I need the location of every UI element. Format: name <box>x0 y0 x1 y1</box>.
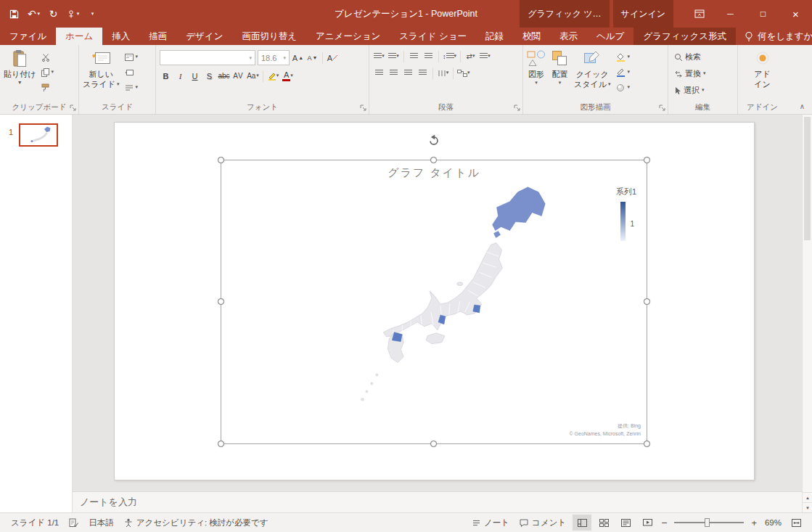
decrease-indent-button[interactable] <box>408 50 420 62</box>
minimize-button[interactable]: ─ <box>714 0 747 28</box>
convert-to-smartart-button[interactable]: ▾ <box>457 67 470 79</box>
tab-home[interactable]: ホーム <box>56 28 102 45</box>
vertical-scrollbar[interactable]: ▲ ▼ <box>802 115 812 512</box>
rotate-handle[interactable] <box>427 134 440 147</box>
fit-to-window-button[interactable] <box>788 513 805 532</box>
zoom-slider[interactable] <box>674 522 744 523</box>
tab-review[interactable]: 校閲 <box>513 28 550 45</box>
tab-draw[interactable]: 描画 <box>139 28 176 45</box>
decrease-font-size-button[interactable]: A▼ <box>306 52 319 64</box>
bullets-button[interactable]: ▾ <box>373 50 385 62</box>
paste-button[interactable]: 貼り付け ▼ <box>1 47 39 86</box>
slideshow-view-button[interactable] <box>638 515 657 531</box>
clipboard-dialog-launcher[interactable] <box>70 105 76 111</box>
undo-button[interactable]: ↶▾ <box>24 0 44 28</box>
notes-toggle-button[interactable]: ノート <box>469 513 513 532</box>
increase-indent-button[interactable] <box>422 50 435 62</box>
close-button[interactable]: × <box>779 0 812 28</box>
shape-outline-button[interactable]: ▾ <box>614 66 633 78</box>
tell-me-box[interactable]: 何をしますか <box>736 28 812 45</box>
maximize-button[interactable]: □ <box>747 0 779 28</box>
tab-graphics-format[interactable]: グラフィックス形式 <box>633 28 736 45</box>
tab-slideshow[interactable]: スライド ショー <box>390 28 476 45</box>
select-button[interactable]: 選択▾ <box>672 84 737 97</box>
cut-button[interactable] <box>39 51 57 63</box>
change-case-button[interactable]: Aa▾ <box>247 70 259 82</box>
notes-placeholder[interactable]: ノートを入力 <box>80 496 137 509</box>
align-center-button[interactable] <box>387 67 400 79</box>
font-color-button[interactable]: A▾ <box>282 70 294 82</box>
bold-button[interactable]: B <box>160 70 172 82</box>
font-dialog-launcher[interactable] <box>360 105 366 111</box>
format-painter-button[interactable] <box>39 81 57 94</box>
map-chart-object[interactable]: グラフ タイトル 系列1 1 提供: Bing © GeoNames, Micr… <box>221 160 647 444</box>
line-spacing-button[interactable]: ↕▾ <box>443 50 456 62</box>
italic-button[interactable]: I <box>174 70 186 82</box>
slide-canvas[interactable]: グラフ タイトル 系列1 1 提供: Bing © GeoNames, Micr… <box>73 115 802 491</box>
resize-handle-se[interactable] <box>644 441 650 447</box>
slide-indicator[interactable]: スライド 1/1 <box>7 513 62 532</box>
reset-button[interactable] <box>123 66 141 78</box>
layout-button[interactable]: ▾ <box>123 51 141 63</box>
resize-handle-ne[interactable] <box>644 157 650 163</box>
font-size-combobox[interactable]: 18.6▾ <box>258 50 290 65</box>
resize-handle-s[interactable] <box>430 441 437 447</box>
zoom-slider-thumb[interactable] <box>705 518 710 527</box>
resize-handle-sw[interactable] <box>218 441 224 447</box>
text-direction-button[interactable]: ⇄▾ <box>464 50 477 62</box>
tab-file[interactable]: ファイル <box>0 28 56 45</box>
slide[interactable]: グラフ タイトル 系列1 1 提供: Bing © GeoNames, Micr… <box>114 122 755 480</box>
replace-button[interactable]: 置換▾ <box>672 67 737 80</box>
quick-styles-button[interactable]: クイック スタイル▾ <box>571 47 614 90</box>
highlight-color-button[interactable]: ▾ <box>267 70 279 82</box>
previous-slide-button[interactable]: ▲ <box>803 492 812 502</box>
scrollbar-thumb[interactable] <box>804 117 811 240</box>
zoom-out-button[interactable]: − <box>660 513 668 532</box>
collapse-ribbon-button[interactable]: ∧ <box>800 102 805 110</box>
clear-formatting-button[interactable]: A <box>327 52 339 64</box>
sign-in-button[interactable]: サインイン <box>613 0 673 28</box>
align-text-button[interactable]: ▾ <box>479 50 491 62</box>
tab-animations[interactable]: アニメーション <box>306 28 390 45</box>
tab-help[interactable]: ヘルプ <box>587 28 633 45</box>
next-slide-button[interactable]: ▼ <box>803 502 812 512</box>
align-right-button[interactable] <box>402 67 414 79</box>
underline-button[interactable]: U <box>189 70 201 82</box>
font-name-combobox[interactable]: ▾ <box>160 50 255 65</box>
normal-view-button[interactable] <box>573 515 591 531</box>
slide-sorter-view-button[interactable] <box>594 515 613 531</box>
align-left-button[interactable] <box>373 67 385 79</box>
drawing-dialog-launcher[interactable] <box>659 105 665 111</box>
text-shadow-button[interactable]: S <box>203 70 216 82</box>
shape-effects-button[interactable]: ▾ <box>614 81 633 94</box>
resize-handle-e[interactable] <box>644 298 650 305</box>
zoom-in-button[interactable]: + <box>750 513 758 532</box>
tab-insert[interactable]: 挿入 <box>102 28 139 45</box>
zoom-level[interactable]: 69% <box>761 513 785 532</box>
ribbon-display-options-button[interactable] <box>685 0 714 28</box>
tab-view[interactable]: 表示 <box>550 28 587 45</box>
shapes-button[interactable]: 図形▾ <box>524 47 549 86</box>
copy-button[interactable]: ▾ <box>39 66 57 78</box>
shape-fill-button[interactable]: ▾ <box>614 51 633 63</box>
tab-design[interactable]: デザイン <box>176 28 232 45</box>
columns-button[interactable]: ▾ <box>437 67 449 79</box>
spell-check-button[interactable] <box>65 513 82 532</box>
slide-thumbnail-panel[interactable]: 1 <box>0 115 73 512</box>
find-button[interactable]: 検索 <box>672 51 737 63</box>
touch-mode-button[interactable]: ▾ <box>63 0 83 28</box>
tab-record[interactable]: 記録 <box>476 28 513 45</box>
strikethrough-button[interactable]: abc <box>218 70 230 82</box>
section-button[interactable]: ▾ <box>123 81 141 94</box>
language-indicator[interactable]: 日本語 <box>85 513 118 532</box>
resize-handle-nw[interactable] <box>218 157 224 163</box>
notes-pane[interactable]: ノートを入力 <box>73 491 802 512</box>
paragraph-dialog-launcher[interactable] <box>514 105 520 111</box>
character-spacing-button[interactable]: AV <box>232 70 245 82</box>
new-slide-button[interactable]: 新しい スライド▾ <box>80 47 123 90</box>
save-button[interactable] <box>4 0 24 28</box>
resize-handle-n[interactable] <box>430 157 437 163</box>
arrange-button[interactable]: 配置▾ <box>549 47 571 86</box>
numbering-button[interactable]: ▾ <box>387 50 400 62</box>
increase-font-size-button[interactable]: A▲ <box>292 52 304 64</box>
